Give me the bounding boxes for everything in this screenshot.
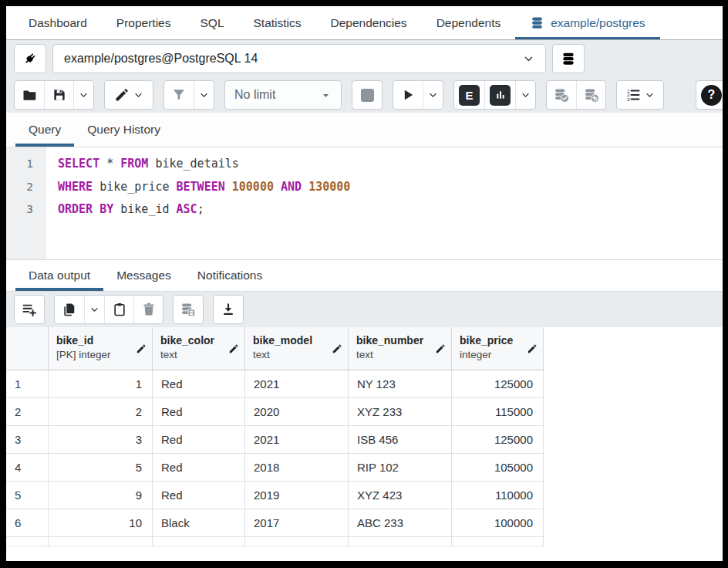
cell-bike_model[interactable]: 2018 bbox=[245, 454, 349, 482]
open-file-button[interactable] bbox=[15, 81, 44, 109]
save-options-chevron[interactable] bbox=[73, 81, 93, 109]
edit-column-icon[interactable] bbox=[435, 343, 446, 354]
tab-messages[interactable]: Messages bbox=[103, 260, 184, 291]
cancel-query-button[interactable] bbox=[352, 81, 382, 109]
tab-data-output[interactable]: Data output bbox=[15, 260, 103, 291]
download-csv-button[interactable] bbox=[214, 296, 243, 323]
macros-button[interactable] bbox=[617, 81, 663, 109]
save-data-changes-button[interactable] bbox=[174, 296, 203, 323]
tab-query[interactable]: Query bbox=[15, 113, 74, 147]
cell-bike_color[interactable]: Red bbox=[153, 398, 245, 426]
column-name: bike_price bbox=[460, 333, 535, 348]
cell-bike_number[interactable]: XYZ 423 bbox=[349, 482, 452, 509]
cell-bike_color[interactable]: Black bbox=[153, 509, 245, 537]
connection-select[interactable]: example/postgres@PostgreSQL 14 bbox=[52, 44, 546, 73]
copy-options-chevron[interactable] bbox=[84, 296, 104, 323]
copy-button[interactable] bbox=[55, 296, 84, 323]
execute-options-chevron[interactable] bbox=[423, 81, 443, 109]
database-icon bbox=[561, 51, 576, 66]
tab-dependents[interactable]: Dependents bbox=[422, 6, 516, 39]
paste-button[interactable] bbox=[104, 296, 133, 323]
add-row-button[interactable] bbox=[15, 296, 44, 323]
cell-bike_model[interactable]: 2021 bbox=[245, 370, 349, 398]
tab-dashboard[interactable]: Dashboard bbox=[14, 6, 102, 39]
save-data-group bbox=[173, 295, 204, 324]
edit-button[interactable] bbox=[105, 81, 153, 109]
cell-bike_price[interactable]: 110000 bbox=[452, 482, 544, 509]
cell-bike_color[interactable]: Red bbox=[153, 370, 245, 398]
cell-bike_color[interactable]: Red bbox=[153, 454, 245, 482]
filter-icon bbox=[171, 87, 187, 103]
help-button[interactable]: ? bbox=[696, 81, 723, 109]
edit-column-icon[interactable] bbox=[228, 343, 239, 354]
cell-bike_price[interactable]: 100000 bbox=[452, 509, 544, 537]
column-header-bike_price[interactable]: bike_priceinteger bbox=[452, 327, 544, 370]
cell-bike_model[interactable]: 2019 bbox=[245, 482, 349, 509]
sql-code[interactable]: SELECT * FROM bike_detailsWHERE bike_pri… bbox=[46, 147, 350, 259]
tab-properties[interactable]: Properties bbox=[102, 6, 186, 39]
cell-bike_number[interactable]: XYZ 233 bbox=[349, 398, 452, 426]
help-icon: ? bbox=[701, 85, 722, 106]
filter-options-chevron[interactable] bbox=[194, 81, 214, 109]
cell-bike_price[interactable]: 125000 bbox=[452, 370, 544, 398]
column-header-bike_id[interactable]: bike_id[PK] integer bbox=[49, 327, 153, 370]
execute-button[interactable] bbox=[393, 81, 423, 109]
rollback-button[interactable] bbox=[576, 81, 605, 109]
explain-analyze-button[interactable] bbox=[484, 81, 515, 109]
stub-cell bbox=[49, 537, 153, 546]
row-number[interactable]: 4 bbox=[6, 454, 49, 482]
cell-bike_id[interactable]: 5 bbox=[49, 454, 153, 482]
tab-notifications[interactable]: Notifications bbox=[184, 260, 275, 291]
cell-bike_model[interactable]: 2020 bbox=[245, 398, 349, 426]
cell-bike_number[interactable]: ISB 456 bbox=[349, 426, 452, 454]
cell-bike_model[interactable]: 2017 bbox=[245, 509, 349, 537]
cell-bike_id[interactable]: 3 bbox=[49, 426, 153, 454]
chevron-down-icon bbox=[79, 90, 89, 100]
row-number[interactable]: 3 bbox=[6, 426, 49, 454]
cell-bike_model[interactable]: 2021 bbox=[245, 426, 349, 454]
tab-sql[interactable]: SQL bbox=[185, 6, 238, 39]
edit-column-icon[interactable] bbox=[136, 343, 147, 354]
new-connection-button[interactable] bbox=[552, 44, 585, 73]
cell-bike_id[interactable]: 2 bbox=[49, 398, 153, 426]
cell-bike_price[interactable]: 125000 bbox=[452, 426, 544, 454]
commit-button[interactable] bbox=[547, 81, 576, 109]
cell-bike_id[interactable]: 1 bbox=[49, 370, 153, 398]
column-header-bike_model[interactable]: bike_modeltext bbox=[245, 327, 349, 370]
chevron-down-icon bbox=[645, 90, 655, 100]
connection-status-button[interactable] bbox=[14, 44, 46, 73]
cell-bike_id[interactable]: 10 bbox=[49, 509, 153, 537]
cell-bike_color[interactable]: Red bbox=[153, 426, 245, 454]
row-number[interactable]: 5 bbox=[6, 482, 49, 509]
save-icon bbox=[52, 87, 67, 103]
cell-bike_color[interactable]: Red bbox=[153, 482, 245, 509]
delete-row-button[interactable] bbox=[133, 296, 163, 323]
tab-dependencies[interactable]: Dependencies bbox=[316, 6, 422, 39]
cell-bike_number[interactable]: RIP 102 bbox=[349, 454, 452, 482]
row-number[interactable]: 2 bbox=[6, 398, 49, 426]
column-header-bike_number[interactable]: bike_numbertext bbox=[349, 327, 452, 370]
results-grid: bike_id[PK] integerbike_colortextbike_mo… bbox=[6, 327, 723, 561]
row-number[interactable]: 6 bbox=[6, 509, 49, 537]
explain-button[interactable]: E bbox=[454, 81, 484, 109]
cell-bike_number[interactable]: ABC 233 bbox=[349, 509, 452, 537]
cell-bike_price[interactable]: 105000 bbox=[452, 454, 544, 482]
tab-query-history[interactable]: Query History bbox=[74, 113, 174, 147]
save-file-button[interactable] bbox=[44, 81, 73, 109]
grid-stub-row bbox=[6, 537, 723, 546]
edit-column-icon[interactable] bbox=[332, 343, 342, 354]
row-number[interactable]: 1 bbox=[6, 370, 49, 398]
copy-icon bbox=[62, 302, 77, 317]
tab-active-query-tool[interactable]: example/postgres bbox=[515, 6, 659, 39]
tab-statistics[interactable]: Statistics bbox=[239, 6, 316, 39]
cell-bike_id[interactable]: 9 bbox=[49, 482, 153, 509]
row-limit-select[interactable]: No limit bbox=[224, 80, 342, 110]
column-header-bike_color[interactable]: bike_colortext bbox=[153, 327, 245, 370]
edit-column-icon[interactable] bbox=[527, 343, 538, 354]
trash-icon bbox=[141, 302, 157, 317]
cell-bike_price[interactable]: 115000 bbox=[452, 398, 544, 426]
filter-button[interactable] bbox=[164, 81, 194, 109]
sql-editor[interactable]: 123 SELECT * FROM bike_detailsWHERE bike… bbox=[6, 147, 723, 259]
explain-options-chevron[interactable] bbox=[515, 81, 535, 109]
cell-bike_number[interactable]: NY 123 bbox=[349, 370, 452, 398]
